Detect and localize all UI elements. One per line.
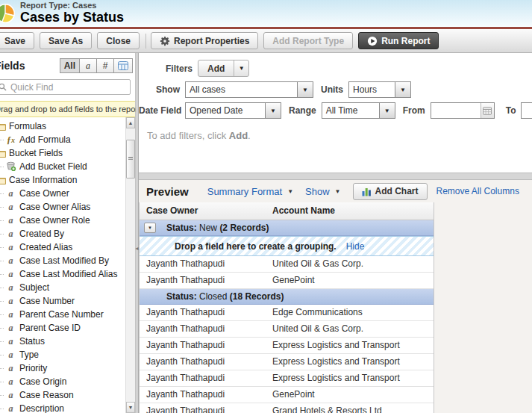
filter-all-button[interactable]: All bbox=[60, 58, 80, 73]
run-report-button[interactable]: Run Report bbox=[358, 32, 439, 49]
range-select[interactable]: All Time bbox=[322, 102, 395, 119]
filter-text-button[interactable]: a bbox=[79, 58, 97, 73]
tree-connector bbox=[0, 220, 4, 221]
text-field-icon: a bbox=[9, 188, 13, 199]
tree-field-priority[interactable]: aPriority bbox=[0, 361, 135, 375]
dropdown-arrow-icon[interactable] bbox=[379, 103, 395, 118]
close-button[interactable]: Close bbox=[97, 32, 140, 49]
fields-tree: Formulas ƒx Add Formula Bucket Fields Ad… bbox=[0, 117, 135, 413]
dropdown-arrow-icon[interactable] bbox=[395, 82, 410, 97]
toolbar: Save Save As Close Report Properties Add… bbox=[0, 29, 532, 53]
dropdown-arrow-icon[interactable] bbox=[265, 103, 281, 118]
tree-field-case-number[interactable]: aCase Number bbox=[0, 294, 135, 308]
collapse-group-icon[interactable] bbox=[144, 223, 156, 233]
tree-folder-case-information[interactable]: Case Information bbox=[0, 173, 135, 187]
tree-field-case-owner-role[interactable]: aCase Owner Role bbox=[0, 214, 135, 227]
preview-title: Preview bbox=[146, 185, 189, 198]
tree-field-case-owner-alias[interactable]: aCase Owner Alias bbox=[0, 200, 135, 214]
calendar-icon[interactable] bbox=[481, 103, 494, 118]
range-label: Range bbox=[289, 105, 316, 116]
report-builder-window: Report Type: Cases Cases by Status Save … bbox=[0, 0, 532, 413]
text-field-icon: a bbox=[9, 376, 13, 388]
report-icon bbox=[0, 2, 16, 25]
dropdown-arrow-icon[interactable] bbox=[335, 188, 341, 195]
add-filter-button[interactable]: Add bbox=[198, 60, 249, 77]
column-header-account-name[interactable]: Account Name bbox=[266, 202, 434, 220]
tree-field-status[interactable]: aStatus bbox=[0, 335, 135, 348]
tree-field-description[interactable]: aDescription bbox=[0, 402, 135, 413]
save-button[interactable]: Save bbox=[0, 32, 34, 49]
to-date-input[interactable] bbox=[521, 102, 532, 119]
table-header-row: Case Owner Account Name bbox=[140, 202, 434, 220]
tree-field-parent-case-id[interactable]: aParent Case ID bbox=[0, 321, 135, 335]
tree-connector bbox=[0, 193, 4, 194]
save-as-button[interactable]: Save As bbox=[40, 32, 92, 49]
bar-chart-icon bbox=[362, 187, 372, 196]
tree-field-subject[interactable]: aSubject bbox=[0, 281, 135, 294]
tree-field-case-owner[interactable]: aCase Owner bbox=[0, 187, 135, 200]
show-label: Show bbox=[139, 84, 180, 95]
hide-dropzone-link[interactable]: Hide bbox=[346, 241, 365, 252]
to-date-field[interactable] bbox=[522, 103, 532, 118]
tree-field-parent-case-number[interactable]: aParent Case Number bbox=[0, 308, 135, 321]
scroll-up-icon[interactable] bbox=[126, 117, 135, 128]
text-field-icon: a bbox=[9, 323, 13, 334]
units-select[interactable]: Hours bbox=[348, 81, 411, 98]
filters-label: Filters bbox=[139, 63, 193, 74]
collapse-sidebar-icon[interactable] bbox=[134, 246, 140, 251]
bucket-icon bbox=[5, 161, 16, 172]
grouping-drop-zone[interactable]: Drop a field here to create a grouping. … bbox=[140, 236, 434, 256]
remove-all-columns-link[interactable]: Remove All Columns bbox=[436, 186, 519, 196]
tree-field-case-origin[interactable]: aCase Origin bbox=[0, 375, 135, 388]
text-field-icon: a bbox=[9, 390, 13, 401]
tree-field-created-alias[interactable]: aCreated Alias bbox=[0, 240, 135, 254]
date-field-select[interactable]: Opened Date bbox=[185, 102, 281, 119]
panel-splitter[interactable] bbox=[136, 53, 139, 413]
units-label: Units bbox=[321, 84, 343, 95]
show-select[interactable]: All cases bbox=[185, 81, 313, 98]
from-date-input[interactable] bbox=[431, 102, 495, 119]
quick-find-input[interactable] bbox=[0, 79, 131, 95]
table-row: Jayanth Thathapudi Edge Communications bbox=[140, 305, 434, 321]
folder-icon bbox=[0, 176, 6, 184]
tree-field-created-by[interactable]: aCreated By bbox=[0, 227, 135, 240]
tree-connector bbox=[0, 368, 4, 369]
tree-folder-formulas[interactable]: Formulas bbox=[0, 119, 135, 133]
tree-item-add-formula[interactable]: ƒx Add Formula bbox=[0, 133, 135, 146]
tree-connector bbox=[0, 409, 4, 409]
show-menu[interactable]: Show bbox=[305, 186, 330, 197]
scrollbar-thumb[interactable] bbox=[126, 140, 135, 178]
column-header-case-owner[interactable]: Case Owner bbox=[140, 202, 266, 220]
tree-field-case-last-modified-alias[interactable]: aCase Last Modified Alias bbox=[0, 267, 135, 281]
tree-field-type[interactable]: aType bbox=[0, 348, 135, 361]
scroll-down-icon[interactable] bbox=[126, 402, 135, 413]
date-field-label: Date Field bbox=[139, 105, 180, 116]
add-report-type-button[interactable]: Add Report Type bbox=[263, 32, 353, 49]
tree-item-add-bucket-field[interactable]: Add Bucket Field bbox=[0, 160, 135, 173]
tree-field-case-reason[interactable]: aCase Reason bbox=[0, 388, 135, 402]
page-title: Cases by Status bbox=[20, 10, 124, 25]
tree-folder-bucket-fields[interactable]: Bucket Fields bbox=[0, 146, 135, 160]
summary-format-menu[interactable]: Summary Format bbox=[207, 186, 282, 197]
text-field-icon: a bbox=[9, 269, 13, 280]
dropdown-arrow-icon[interactable] bbox=[287, 188, 293, 195]
from-label: From bbox=[403, 105, 425, 116]
table-row: Jayanth Thathapudi United Oil & Gas Corp… bbox=[140, 256, 434, 273]
filter-number-button[interactable]: # bbox=[96, 58, 114, 73]
dropdown-arrow-icon[interactable] bbox=[297, 82, 313, 97]
tree-field-case-last-modified-by[interactable]: aCase Last Modified By bbox=[0, 254, 135, 267]
filter-date-button[interactable] bbox=[113, 58, 133, 73]
tree-connector bbox=[0, 261, 4, 261]
tree-connector bbox=[0, 274, 4, 275]
table-row: Jayanth Thathapudi Express Logistics and… bbox=[140, 370, 434, 387]
text-field-icon: a bbox=[9, 229, 13, 240]
sidebar-scrollbar[interactable] bbox=[125, 117, 135, 413]
folder-icon bbox=[0, 149, 6, 158]
folder-icon bbox=[0, 122, 6, 131]
report-properties-button[interactable]: Report Properties bbox=[151, 32, 258, 49]
search-icon bbox=[0, 83, 7, 91]
panel-gap bbox=[139, 173, 532, 179]
dropdown-arrow-icon[interactable] bbox=[234, 60, 248, 76]
from-date-field[interactable] bbox=[431, 103, 481, 118]
add-chart-button[interactable]: Add Chart bbox=[353, 183, 428, 200]
